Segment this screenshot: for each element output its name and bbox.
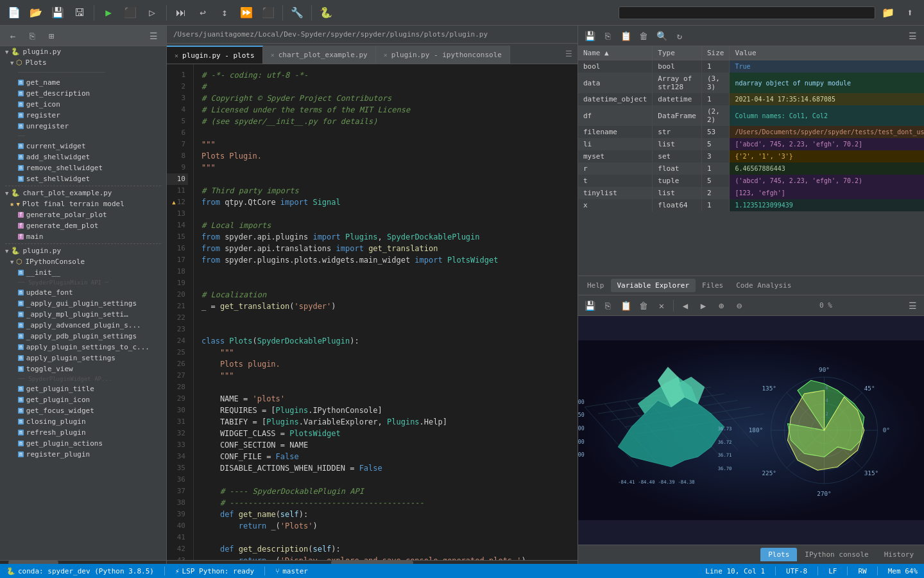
tab-plugin-plots[interactable]: ✕ plugin.py - plots [167, 46, 263, 64]
step-into-icon[interactable]: ↕ [216, 4, 234, 22]
tab-code-analysis[interactable]: Code Analysis [730, 279, 798, 292]
tab-close-icon-1[interactable]: ✕ [175, 52, 178, 59]
tab-ipython-console[interactable]: IPython console [797, 548, 876, 561]
tree-apply-settings[interactable]: m apply_plugin_settings [0, 353, 166, 363]
var-row-tinylist[interactable]: tinylist list 2 [123, 'efgh'] [578, 187, 924, 199]
folder-open-icon[interactable]: 📁 [879, 4, 897, 22]
tree-toggle-view[interactable]: m toggle_view [0, 363, 166, 374]
var-search-icon[interactable]: 🔍 [654, 28, 669, 44]
tree-chart-plot[interactable]: ▼ 🐍 chart_plot_example.py [0, 188, 166, 198]
plot-menu-icon[interactable]: ☰ [905, 298, 920, 313]
var-row-filename[interactable]: filename str 53 /Users/Documents/spyder/… [578, 126, 924, 138]
step-icon[interactable]: ↩ [194, 4, 212, 22]
tree-current-widget[interactable]: m current_widget [0, 141, 166, 152]
tree-plot-terrain[interactable]: ✱ ▼ Plot final terrain model [0, 198, 166, 209]
tab-variable-explorer[interactable]: Variable Explorer [611, 279, 696, 292]
save-icon[interactable]: 💾 [49, 4, 67, 22]
tab-plots[interactable]: Plots [760, 548, 797, 561]
run-icon[interactable]: ▶ [99, 4, 117, 22]
tree-get-plugin-actions[interactable]: m get_plugin_actions [0, 438, 166, 449]
tree-gen-dem[interactable]: f generate_dem_plot [0, 220, 166, 231]
run-cell-icon[interactable]: ▷ [143, 4, 161, 22]
plot-prev-icon[interactable]: ◀ [678, 298, 693, 313]
tree-update-font[interactable]: m update_font [0, 287, 166, 298]
plot-zoom-in-icon[interactable]: ⊕ [714, 298, 729, 313]
step-over-icon[interactable]: ⏩ [237, 4, 255, 22]
tree-remove-shellwidget[interactable]: m remove_shellwidget [0, 162, 166, 173]
tab-files[interactable]: Files [696, 279, 730, 292]
var-refresh-icon[interactable]: ↻ [672, 28, 687, 44]
tree-apply-adv[interactable]: m _apply_advanced_plugin_s... [0, 320, 166, 331]
var-row-df[interactable]: df DataFrame (2, 2) Column names: Col1, … [578, 105, 924, 126]
debug-icon[interactable]: ⏭ [172, 4, 190, 22]
tab-chart-plot[interactable]: ✕ chart_plot_example.py [263, 46, 376, 64]
tab-history[interactable]: History [877, 548, 921, 561]
tree-get-description[interactable]: m get_description [0, 88, 166, 99]
tree-unregister[interactable]: m unregister [0, 121, 166, 132]
var-row-data[interactable]: data Array of str128 (3, 3) ndarray obje… [578, 73, 924, 93]
tab-close-icon-2[interactable]: ✕ [271, 51, 275, 58]
tree-plots-folder[interactable]: ▼ ⬡ Plots [0, 57, 166, 68]
stop-icon[interactable]: ⬛ [259, 4, 277, 22]
tree-register-plugin[interactable]: m register_plugin [0, 449, 166, 460]
path-input[interactable]: ianitagomez/Local/Dev-Spyder/spyder/spyd… [619, 6, 875, 19]
plot-save-icon[interactable]: 💾 [582, 298, 597, 313]
run-file-icon[interactable]: ⬛ [121, 4, 139, 22]
tree-get-plugin-icon[interactable]: m get_plugin_icon [0, 394, 166, 405]
plot-next-icon[interactable]: ▶ [696, 298, 711, 313]
col-value[interactable]: Value [730, 46, 924, 60]
plot-close-icon[interactable]: ✕ [654, 298, 669, 313]
wrench-icon[interactable]: 🔧 [288, 4, 306, 22]
new-file-icon[interactable]: 📄 [5, 4, 23, 22]
tree-gen-polar[interactable]: f generate_polar_plot [0, 209, 166, 220]
var-copy-icon[interactable]: ⎘ [600, 28, 615, 44]
var-row-x[interactable]: x float64 1 1.1235123099439 [578, 199, 924, 211]
plot-copy-icon[interactable]: ⎘ [600, 298, 615, 313]
var-save-icon[interactable]: 💾 [582, 28, 597, 44]
tree-get-plugin-title[interactable]: m get_plugin_title [0, 383, 166, 394]
tab-close-icon-3[interactable]: ✕ [384, 51, 388, 58]
col-type[interactable]: Type [653, 46, 702, 60]
save-all-icon[interactable]: 🖫 [71, 4, 89, 22]
tree-register[interactable]: m register [0, 110, 166, 121]
tree-get-icon[interactable]: m get_icon [0, 99, 166, 110]
col-size[interactable]: Size [701, 46, 730, 60]
var-row-r[interactable]: r float 1 6.46567886443 [578, 162, 924, 175]
tree-refresh-plugin[interactable]: m refresh_plugin [0, 427, 166, 438]
var-delete-icon[interactable]: 🗑 [636, 28, 651, 44]
tree-set-shellwidget[interactable]: m set_shellwidget [0, 173, 166, 184]
tree-apply-settings-to-c[interactable]: m apply_plugin_settings_to_c... [0, 342, 166, 353]
col-name[interactable]: Name ▲ [578, 46, 653, 60]
var-paste-icon[interactable]: 📋 [618, 28, 633, 44]
var-row-myset[interactable]: myset set 3 {'2', '1', '3'} [578, 150, 924, 162]
plot-duplicate-icon[interactable]: 📋 [618, 298, 633, 313]
upload-icon[interactable]: ⬆ [901, 4, 919, 22]
var-row-datetime[interactable]: datetime_object datetime 1 2021-04-14 17… [578, 93, 924, 105]
back-icon[interactable]: ← [5, 28, 21, 44]
tree-ipython-console[interactable]: ▼ ⬡ IPythonConsole [0, 256, 166, 267]
tab-help[interactable]: Help [581, 279, 611, 292]
tree-plugin-py-2[interactable]: ▼ 🐍 plugin.py [0, 245, 166, 256]
open-file-icon[interactable]: 📂 [27, 4, 45, 22]
tree-closing-plugin[interactable]: m closing_plugin [0, 416, 166, 427]
plot-zoom-out-icon[interactable]: ⊖ [732, 298, 747, 313]
tree-main[interactable]: f main [0, 231, 166, 242]
tabs-menu-icon[interactable]: ☰ [560, 49, 578, 58]
var-row-li[interactable]: li list 5 ['abcd', 745, 2.23, 'efgh', 70… [578, 138, 924, 150]
tree-apply-mpl[interactable]: m _apply_mpl_plugin_settings [0, 309, 166, 320]
expand-icon[interactable]: ⊞ [44, 28, 59, 44]
tab-plugin-ipython[interactable]: ✕ plugin.py - ipythonconsole [376, 46, 510, 64]
var-row-bool[interactable]: bool bool 1 True [578, 60, 924, 73]
tree-apply-pdb[interactable]: m _apply_pdb_plugin_settings [0, 331, 166, 342]
var-menu-icon[interactable]: ☰ [905, 28, 920, 44]
copy-icon[interactable]: ⎘ [24, 28, 40, 44]
tree-plugin-py-1[interactable]: ▼ 🐍 plugin.py [0, 46, 166, 57]
tree-apply-gui[interactable]: m _apply_gui_plugin_settings [0, 298, 166, 309]
var-row-t[interactable]: t tuple 5 ('abcd', 745, 2.23, 'efgh', 70… [578, 175, 924, 187]
tree-add-shellwidget[interactable]: m add_shellwidget [0, 152, 166, 162]
tree-get-focus[interactable]: m get_focus_widget [0, 405, 166, 416]
code-editor[interactable]: # -*- coding: utf-8 -*- # # Copyright © … [194, 64, 578, 560]
plot-delete-icon[interactable]: 🗑 [636, 298, 651, 313]
panel-menu-icon[interactable]: ☰ [146, 28, 161, 44]
tree-init[interactable]: m __init__ [0, 267, 166, 278]
